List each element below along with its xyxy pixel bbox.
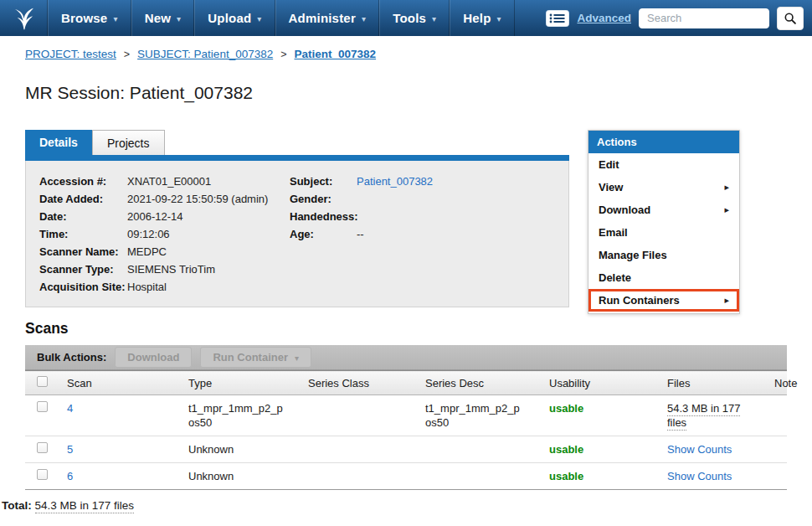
scan-table-header-row: ScanTypeSeries ClassSeries DescUsability… [25,371,787,395]
row-checkbox[interactable] [37,469,48,480]
bulk-download-button[interactable]: Download [115,347,192,368]
chevron-right-icon: ▸ [724,204,729,215]
select-all-checkbox[interactable] [37,376,48,387]
detail-field: Gender: [290,190,433,208]
bulk-actions-label: Bulk Actions: [37,351,106,364]
detail-field: Handedness: [290,208,433,225]
advanced-search-link[interactable]: Advanced [577,12,631,24]
detail-field: Age:-- [290,225,433,243]
column-header-scan: Scan [59,371,180,395]
show-counts-link[interactable]: Show Counts [667,470,732,482]
scan-table-body: 4t1_mpr_1mm_p2_pos50t1_mpr_1mm_p2_pos50u… [25,395,787,490]
nav-menu-label: Tools [393,11,426,25]
nav-menu-help[interactable]: Help▾ [450,0,515,36]
action-view[interactable]: View▸ [588,176,739,199]
chevron-down-icon: ▾ [257,13,261,23]
action-edit[interactable]: Edit [588,153,739,176]
series-class-cell [300,463,417,490]
nav-menu-label: Browse [61,11,107,25]
actions-list: EditView▸Download▸EmailManage FilesDelet… [588,153,739,312]
tab-projects[interactable]: Projects [92,130,165,155]
row-checkbox[interactable] [37,401,48,412]
column-header-note: Note [766,371,787,395]
field-value: Hospital [127,278,167,296]
search-icon [784,12,797,25]
column-header-series-class: Series Class [300,371,417,395]
field-label: Acquisition Site: [39,278,127,296]
scan-table: ScanTypeSeries ClassSeries DescUsability… [25,370,787,490]
nav-menu-tools[interactable]: Tools▾ [379,0,450,36]
column-header-type: Type [180,371,300,395]
nav-menu-upload[interactable]: Upload▾ [194,0,275,36]
action-label: Email [599,226,628,239]
tab-details[interactable]: Details [25,130,92,155]
xnat-logo[interactable] [0,0,48,36]
action-run-containers[interactable]: Run Containers▸ [588,289,739,312]
scans-heading: Scans [25,320,812,338]
nav-menu-new[interactable]: New▾ [131,0,195,36]
breadcrumb-session-link[interactable]: Patient_007382 [295,48,377,60]
series-class-cell [300,436,417,463]
series-desc-cell [417,436,541,463]
chevron-down-icon: ▾ [432,13,436,23]
tab-accent-bar [25,155,569,161]
field-label: Scanner Type: [39,260,127,278]
breadcrumb-project-link[interactable]: PROJECT: testest [25,48,116,60]
top-navbar: Browse▾New▾Upload▾Administer▾Tools▾Help▾… [0,0,812,36]
chevron-down-icon: ▾ [177,13,181,23]
column-header-series-desc: Series Desc [417,371,541,395]
detail-field: Acquisition Site:Hospital [39,278,568,296]
files-cell: Show Counts [659,463,766,490]
detail-field: Subject:Patient_007382 [290,173,433,190]
button-label: Download [127,351,179,364]
search-button[interactable] [777,7,804,30]
session-details-section: Details Projects Accession #:XNAT01_E000… [25,130,569,307]
action-label: Manage Files [599,249,667,261]
row-checkbox[interactable] [37,442,48,453]
usability-cell: usable [541,436,659,463]
nav-menu-label: New [145,11,171,25]
field-label: Scanner Name: [39,243,127,260]
action-download[interactable]: Download▸ [588,199,739,221]
field-label: Gender: [290,190,357,208]
action-manage-files[interactable]: Manage Files [588,244,739,266]
search-input[interactable] [639,8,769,28]
action-email[interactable]: Email [588,221,739,244]
show-counts-link[interactable]: Show Counts [667,443,732,456]
action-label: Download [599,204,650,216]
scan-link[interactable]: 5 [67,443,73,456]
bulk-actions-bar: Bulk Actions: Download Run Container▾ [25,345,787,370]
nav-menu-administer[interactable]: Administer▾ [275,0,380,36]
field-value: -- [357,225,364,243]
chevron-down-icon: ▾ [113,13,117,23]
files-cell: Show Counts [659,436,766,463]
action-label: Delete [599,271,631,284]
table-row: 4t1_mpr_1mm_p2_pos50t1_mpr_1mm_p2_pos50u… [25,395,787,436]
nav-menu-browse[interactable]: Browse▾ [48,0,131,36]
note-cell [766,463,787,490]
breadcrumb-subject-link[interactable]: SUBJECT: Patient_007382 [137,48,273,60]
field-label: Date: [39,208,127,225]
action-delete[interactable]: Delete [588,266,739,289]
column-header-usability: Usability [541,371,659,395]
type-value: t1_mpr_1mm_p2_pos50 [188,401,287,430]
subject-link[interactable]: Patient_007382 [357,173,433,190]
advanced-search-icon[interactable] [546,10,569,27]
bulk-run-container-button[interactable]: Run Container▾ [200,347,311,368]
type-value: Unknown [188,469,234,483]
field-label: Time: [39,225,127,243]
detail-field: Scanner Type:SIEMENS TrioTim [39,260,568,278]
nav-menu-label: Upload [208,11,251,25]
scan-link[interactable]: 4 [67,402,73,415]
note-cell [766,395,787,436]
chevron-right-icon: ▸ [724,182,729,193]
chevron-down-icon: ▾ [295,352,299,363]
scan-link[interactable]: 6 [67,470,73,482]
detail-field: Scanner Name:MEDPC [39,243,568,260]
total-size-value: 54.3 MB in 177 files [35,499,135,513]
files-cell: 54.3 MB in 177 files [659,395,766,436]
usability-cell: usable [541,395,659,436]
series-class-cell [300,395,417,436]
series-desc-value: t1_mpr_1mm_p2_pos50 [425,401,524,430]
type-cell: Unknown [180,436,300,463]
